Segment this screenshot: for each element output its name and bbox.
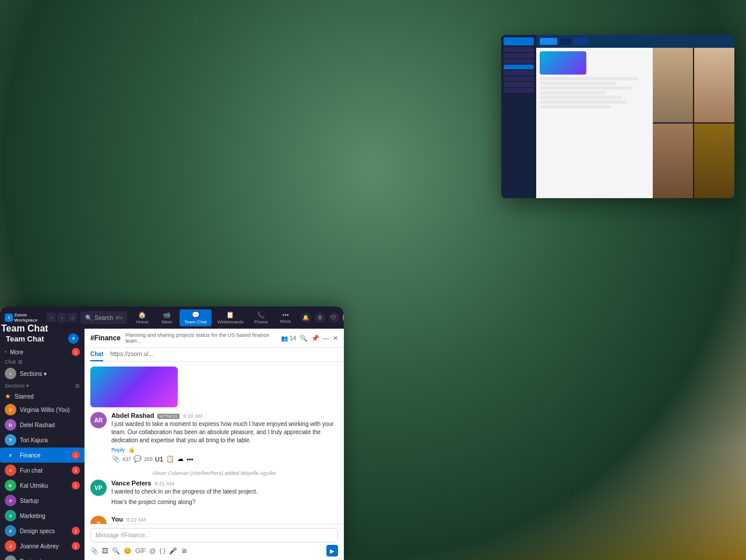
toolbar-mic[interactable]: 🎤 [169,547,177,555]
like-action[interactable]: 👍 [128,447,135,453]
members-icon: • [5,349,6,355]
nav-search-bar[interactable]: 🔍 Search ⌘K [80,311,127,324]
minimize-icon[interactable]: — [323,334,329,341]
nav-back-btn[interactable]: ‹ [47,313,56,322]
search-chat-icon[interactable]: 🔍 [300,334,308,342]
nav-home-btn[interactable]: ⌂ [68,313,77,322]
delel-label: Delel Rashad [20,422,80,428]
home-icon: 🏠 [138,311,146,319]
message-content-3: You 9:22 AM It's going well, we're on tr… [111,516,338,524]
close-chat-icon[interactable]: ✕ [333,334,338,342]
nav-item-more[interactable]: ••• More [274,309,297,326]
emoji-btn-add[interactable]: 📋 [166,455,175,463]
virginia-avatar: V [5,404,16,415]
system-message: Alison Coleman (she/her/hers) added Maye… [90,470,338,476]
emoji-btn-3[interactable]: U1 [154,455,164,463]
more-icon: ••• [282,311,289,318]
add-channel-btn[interactable]: + [68,333,79,344]
toolbar-screen[interactable]: 🖥 [181,547,187,554]
joanne-label: Joanne Aubrey [20,543,68,550]
tori-label: Tori Kajura [20,437,80,443]
virginia-label: Virginia Willis (You) [20,407,80,413]
msg-actions-1: Reply 👍 [111,447,338,453]
message-group-1: AR Abdel Rashad WITNESS 9:20 AM I just w… [90,412,338,463]
sections-header: Sections ▾ ⊞ [0,381,85,390]
sidebar-item-design-specs[interactable]: # Design specs 1 [0,523,85,538]
chat-icon: 💬 [192,311,200,319]
emoji-btn-2[interactable]: 💬 [133,455,142,463]
kal-avatar: K [5,480,16,491]
nav-forward-btn[interactable]: › [57,313,66,322]
emoji-btn-1[interactable]: 📎 [111,455,121,463]
members-badge: 1 [72,348,80,356]
toolbar-image[interactable]: 🖼 [102,547,108,554]
sidebar-item-finance[interactable]: # Finance 1 [0,448,85,463]
sections-filter-icon[interactable]: ⊞ [75,383,80,389]
sidebar-item-tori[interactable]: T Tori Kajura [0,432,85,448]
zoom-logo-icon: Z [5,314,13,322]
shield-icon[interactable]: 🛡 [329,312,339,323]
design-specs-badge: 1 [72,527,80,535]
msg-author-3: You [111,516,123,523]
marketing-avatar: # [5,510,16,522]
message-group-3: Y You 9:22 AM It's going well, we're on … [90,516,338,524]
finance-badge: 1 [72,451,80,459]
nav-item-whiteboards[interactable]: 📋 Whiteboards [213,309,248,326]
toolbar-mention[interactable]: @ [149,547,156,554]
toolbar-attachment[interactable]: 📎 [90,547,98,555]
chat-header: #Finance Planning and sharing projects s… [85,329,344,348]
sidebar-item-kal[interactable]: K Kal Utmiku 1 [0,478,85,493]
chat-input[interactable]: Message #Finance... [90,528,338,543]
sidebar-item-starred[interactable]: ★ Starred [0,390,85,402]
monitor-sidebar [501,35,536,198]
sidebar-item-design-team[interactable]: # Design team [0,554,85,560]
sidebar-item-virginia[interactable]: V Virginia Willis (You) [0,402,85,417]
msg-text-2a: I wanted to check in on the progress of … [111,488,338,496]
sidebar-item-more[interactable]: • Sections ▾ [0,366,85,381]
nav-item-home[interactable]: 🏠 Home [131,309,154,326]
msg-header-1: Abdel Rashad WITNESS 9:20 AM [111,412,338,419]
sidebar-members-label: More [10,349,68,355]
toolbar-emoji[interactable]: 😊 [124,547,132,555]
search-label: Search [94,315,113,321]
vance-avatar: VP [90,480,107,496]
starred-label: Starred [15,393,80,400]
nav-item-phone[interactable]: 📞 Phone [249,309,273,326]
sidebar-item-delel[interactable]: D Delel Rashad [0,417,85,432]
sidebar-item-marketing[interactable]: # Marketing [0,508,85,523]
tab-chat[interactable]: Chat [90,348,103,361]
tab-link[interactable]: https://zoom.u/... [110,348,153,361]
sidebar-item-members[interactable]: • More 1 [0,346,85,358]
pin-icon[interactable]: 📌 [311,334,319,342]
channel-description: Planning and sharing projects status for… [125,332,276,344]
joanne-badge: 1 [72,542,80,550]
sidebar-more-label: Sections ▾ [20,371,80,377]
main-content: Team Chat + • More 1 Chat ⊞ • Sections ▾… [0,329,344,560]
nav-item-teamchat[interactable]: 💬 Team Chat [180,309,212,326]
chat-area: #Finance Planning and sharing projects s… [85,329,344,560]
design-specs-label: Design specs [20,528,68,534]
emoji-btn-more[interactable]: ••• [186,455,194,463]
phone-icon: 📞 [257,311,265,319]
sidebar-item-joanne[interactable]: J Joanne Aubrey 1 [0,538,85,554]
reply-link-1[interactable]: Reply [111,447,125,453]
toolbar-search[interactable]: 🔍 [112,547,120,555]
nav-item-meet[interactable]: 📹 Meet [155,309,178,326]
top-navigation: Z Zoom Workplace ‹ › ⌂ 🔍 Search ⌘K 🏠 Hom… [0,307,344,329]
nav-chat-label: Team Chat [184,319,207,325]
send-button[interactable]: ▶ [326,545,338,557]
nav-more-label: More [280,319,291,324]
settings-icon[interactable]: ⚙ [315,312,325,323]
funchat-badge: 1 [72,466,80,474]
bell-icon[interactable]: 🔔 [301,312,311,323]
emoji-btn-cloud[interactable]: ☁ [177,455,184,463]
app-window: Z Zoom Workplace ‹ › ⌂ 🔍 Search ⌘K 🏠 Hom… [0,307,344,560]
filter-icon[interactable]: ⊞ [18,359,23,365]
toolbar-code[interactable]: { } [160,547,166,554]
user-avatar[interactable]: V [343,311,344,325]
sidebar-item-startup[interactable]: # Startup [0,493,85,508]
sidebar-item-funchat[interactable]: # Fun chat 1 [0,463,85,478]
filter-label: Chat [5,359,16,365]
chat-filter-row: Chat ⊞ [0,358,85,366]
toolbar-gif[interactable]: GIF [135,547,146,554]
